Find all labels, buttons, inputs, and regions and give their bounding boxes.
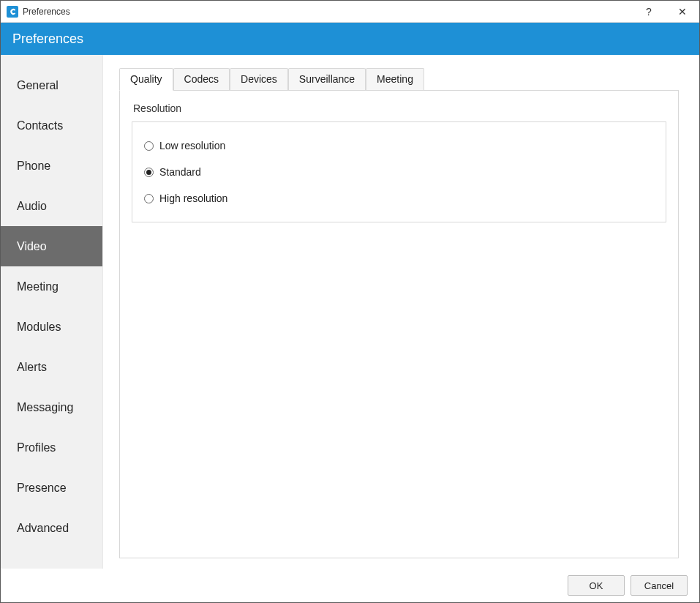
sidebar-item-label: Contacts	[17, 119, 63, 132]
close-button[interactable]: ✕	[666, 1, 699, 22]
sidebar-item-label: Alerts	[17, 361, 47, 374]
sidebar-item-label: Messaging	[17, 401, 73, 414]
footer: OK Cancel	[1, 569, 699, 602]
tab-label: Devices	[241, 73, 277, 85]
sidebar-item-contacts[interactable]: Contacts	[1, 105, 102, 146]
sidebar-item-label: Presence	[17, 482, 67, 495]
body: General Contacts Phone Audio Video Meeti…	[1, 55, 699, 569]
sidebar-item-audio[interactable]: Audio	[1, 186, 102, 226]
tab-panel-quality: Resolution Low resolution Standard High …	[119, 90, 679, 558]
sidebar-item-label: Advanced	[17, 522, 69, 535]
ok-button[interactable]: OK	[568, 575, 625, 596]
sidebar-item-profiles[interactable]: Profiles	[1, 427, 102, 468]
sidebar-item-video[interactable]: Video	[1, 226, 102, 266]
resolution-legend: Resolution	[133, 102, 666, 114]
button-label: OK	[590, 580, 603, 591]
sidebar-item-modules[interactable]: Modules	[1, 307, 102, 347]
tab-codecs[interactable]: Codecs	[173, 68, 230, 90]
resolution-fieldset: Low resolution Standard High resolution	[132, 121, 666, 222]
svg-rect-0	[7, 6, 18, 18]
radio-standard[interactable]: Standard	[143, 159, 655, 185]
sidebar-item-messaging[interactable]: Messaging	[1, 387, 102, 427]
sidebar-item-presence[interactable]: Presence	[1, 468, 102, 508]
sidebar-item-label: Audio	[17, 200, 47, 213]
help-button[interactable]: ?	[632, 1, 666, 22]
tab-surveillance[interactable]: Surveillance	[288, 68, 366, 90]
tab-label: Surveillance	[299, 73, 355, 85]
sidebar-item-label: Video	[17, 240, 47, 253]
sidebar-item-phone[interactable]: Phone	[1, 146, 102, 186]
sidebar-item-general[interactable]: General	[1, 65, 102, 105]
radio-low-resolution[interactable]: Low resolution	[143, 132, 655, 159]
button-label: Cancel	[644, 580, 674, 591]
window-controls: ? ✕	[632, 1, 699, 22]
tabs: Quality Codecs Devices Surveillance Meet…	[119, 68, 679, 90]
radio-icon	[144, 141, 154, 151]
tab-quality[interactable]: Quality	[119, 68, 173, 91]
sidebar-item-label: Phone	[17, 160, 50, 173]
sidebar: General Contacts Phone Audio Video Meeti…	[1, 55, 103, 569]
tab-label: Codecs	[184, 73, 219, 85]
tab-label: Quality	[130, 73, 162, 85]
radio-label: High resolution	[159, 192, 227, 204]
sidebar-item-label: Profiles	[17, 441, 56, 454]
sidebar-item-label: General	[17, 79, 59, 92]
page-title: Preferences	[12, 31, 83, 47]
titlebar: Preferences ? ✕	[1, 1, 699, 23]
radio-label: Low resolution	[159, 140, 225, 151]
tab-meeting[interactable]: Meeting	[366, 68, 424, 90]
radio-high-resolution[interactable]: High resolution	[143, 185, 655, 211]
sidebar-item-advanced[interactable]: Advanced	[1, 508, 102, 548]
cancel-button[interactable]: Cancel	[631, 575, 688, 596]
app-icon	[7, 6, 18, 18]
radio-icon	[144, 194, 154, 203]
window-title: Preferences	[23, 7, 70, 17]
sidebar-item-label: Meeting	[17, 280, 59, 293]
page-title-banner: Preferences	[1, 23, 699, 55]
tab-label: Meeting	[377, 73, 413, 85]
tab-devices[interactable]: Devices	[230, 68, 288, 90]
radio-icon	[144, 168, 154, 177]
content-area: Quality Codecs Devices Surveillance Meet…	[103, 55, 699, 569]
preferences-window: Preferences ? ✕ Preferences General Cont…	[0, 0, 700, 603]
sidebar-item-meeting[interactable]: Meeting	[1, 266, 102, 307]
sidebar-item-label: Modules	[17, 321, 61, 334]
sidebar-item-alerts[interactable]: Alerts	[1, 347, 102, 387]
radio-label: Standard	[159, 166, 201, 178]
